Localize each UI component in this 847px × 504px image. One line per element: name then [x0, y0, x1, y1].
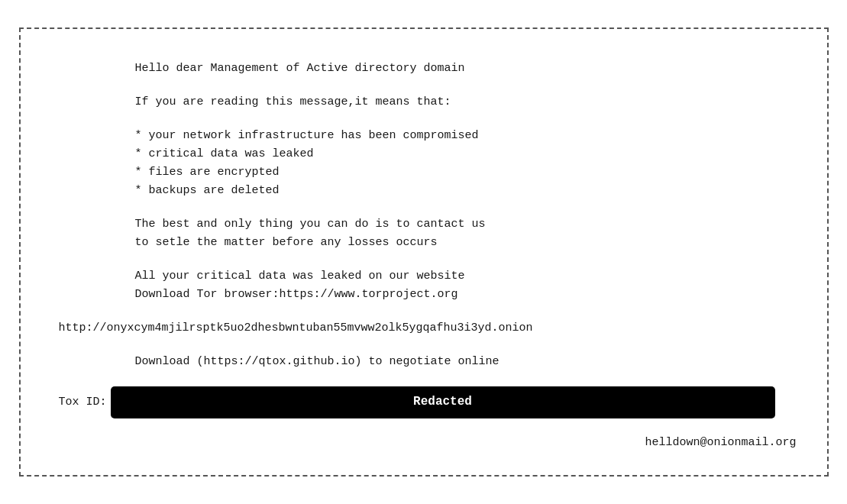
bullet-1: * your network infrastructure has been c…: [135, 127, 804, 145]
bullet-2: * critical data was leaked: [135, 145, 804, 163]
leak-section: All your critical data was leaked on our…: [135, 267, 804, 304]
redacted-bar: Redacted: [111, 386, 775, 418]
greeting-text: Hello dear Management of Active director…: [135, 60, 804, 78]
bullet-3: * files are encrypted: [135, 163, 804, 182]
greeting-section: Hello dear Management of Active director…: [135, 60, 804, 78]
contact-line-1: The best and only thing you can do is to…: [135, 215, 804, 234]
contact-line-2: to setle the matter before any losses oc…: [135, 234, 804, 252]
ransom-note-container: Hello dear Management of Active director…: [19, 27, 829, 477]
tox-id-section: Tox ID: Redacted: [59, 386, 804, 418]
contact-section: The best and only thing you can do is to…: [135, 215, 804, 252]
bullets-section: * your network infrastructure has been c…: [135, 127, 804, 200]
tox-label: Tox ID:: [59, 393, 107, 412]
message-body: Hello dear Management of Active director…: [44, 60, 804, 452]
negotiate-text: Download (https://qtox.github.io) to neg…: [135, 353, 804, 371]
negotiate-section: Download (https://qtox.github.io) to neg…: [135, 353, 804, 371]
onion-url-text: http://onyxcym4mjilrsptk5uo2dhesbwntuban…: [59, 321, 533, 334]
onion-url-section: http://onyxcym4mjilrsptk5uo2dhesbwntuban…: [59, 319, 804, 338]
email-section: helldown@onionmail.org: [44, 434, 797, 452]
intro-section: If you are reading this message,it means…: [135, 93, 804, 111]
leak-line-2: Download Tor browser:https://www.torproj…: [135, 286, 804, 304]
intro-text: If you are reading this message,it means…: [135, 93, 804, 111]
leak-line-1: All your critical data was leaked on our…: [135, 267, 804, 286]
contact-email: helldown@onionmail.org: [645, 436, 796, 449]
bullet-4: * backups are deleted: [135, 182, 804, 200]
